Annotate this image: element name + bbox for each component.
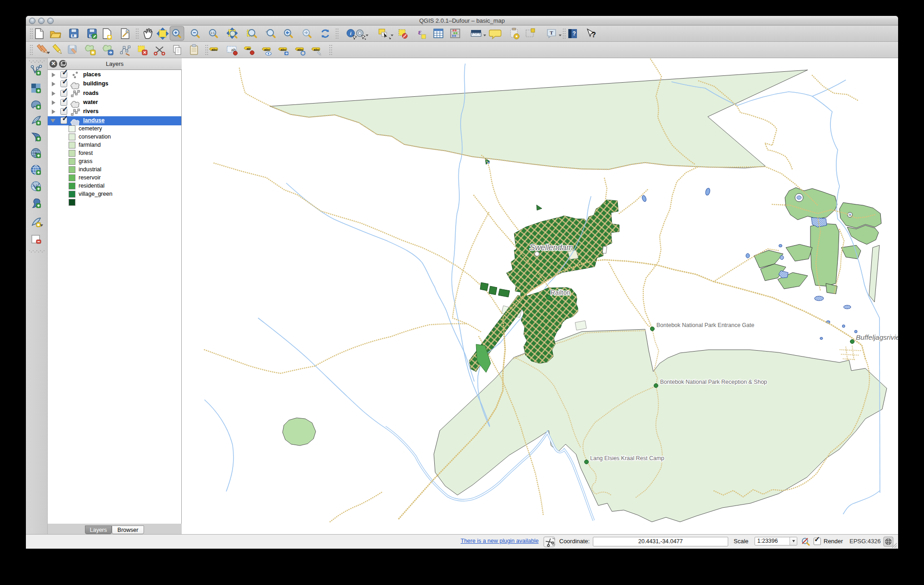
svg-text:1:1: 1:1 — [210, 31, 215, 35]
svg-text:abc: abc — [212, 48, 218, 52]
svg-text:?: ? — [572, 30, 576, 37]
svg-text:✱: ✱ — [37, 223, 40, 227]
svg-text:✱: ✱ — [91, 50, 95, 55]
svg-text:✱: ✱ — [108, 35, 111, 40]
svg-text:ε: ε — [418, 28, 421, 36]
svg-text:Railton: Railton — [551, 289, 571, 296]
svg-text:abc: abc — [314, 48, 320, 52]
svg-text:Buffeljagsrivier: Buffeljagsrivier — [856, 333, 898, 341]
svg-text:?: ? — [591, 31, 596, 39]
svg-text:ab: ab — [247, 47, 251, 51]
svg-text:Bontebok National Park Entranc: Bontebok National Park Entrance Gate — [656, 322, 754, 328]
svg-text:Swellendam: Swellendam — [530, 243, 573, 252]
svg-text:Lang Elsies Kraal Rest Camp: Lang Elsies Kraal Rest Camp — [590, 455, 664, 461]
svg-text:T: T — [550, 30, 553, 35]
svg-text:abc: abc — [281, 48, 287, 52]
svg-text:abc: abc — [264, 48, 270, 52]
svg-text:Bontebok National Park Recepti: Bontebok National Park Reception & Shop — [660, 379, 767, 385]
